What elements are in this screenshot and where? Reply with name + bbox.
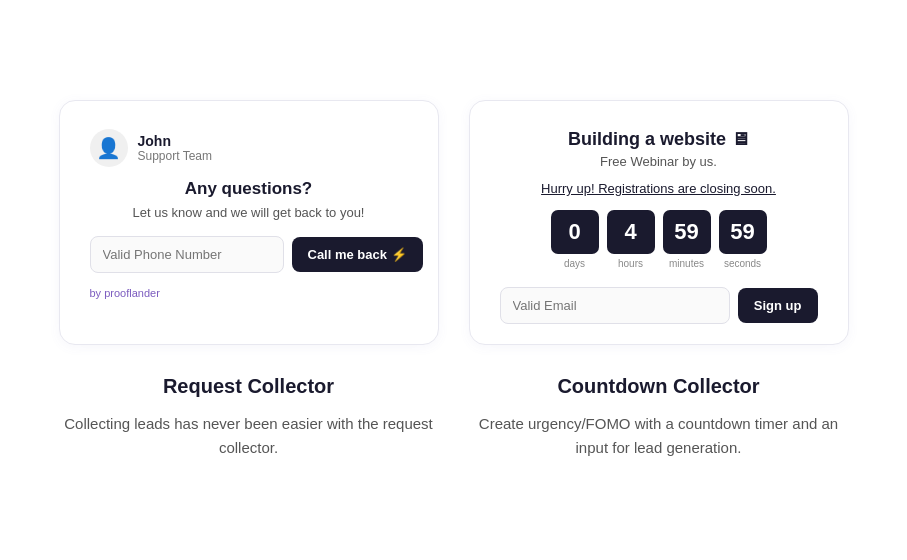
call-me-back-button[interactable]: Call me back ⚡ [292, 237, 423, 272]
right-description: Countdown Collector Create urgency/FOMO … [469, 375, 849, 460]
right-desc-text: Create urgency/FOMO with a countdown tim… [469, 412, 849, 460]
hurry-text: Hurry up! Registrations are closing soon… [500, 181, 818, 196]
timer-days-block: 0 days [551, 210, 599, 269]
timer-seconds-block: 59 seconds [719, 210, 767, 269]
timer-seconds-label: seconds [724, 258, 761, 269]
timer-row: 0 days 4 hours 59 minutes 59 seconds [500, 210, 818, 269]
call-me-back-label: Call me back ⚡ [308, 247, 407, 262]
request-collector-card: 👤 John Support Team Any questions? Let u… [59, 100, 439, 345]
avatar-icon: 👤 [96, 136, 121, 160]
card-subtitle: Let us know and we will get back to you! [90, 205, 408, 220]
left-desc-text: Collecting leads has never been easier w… [59, 412, 439, 460]
by-label: by prooflander [90, 287, 408, 299]
timer-days-digit: 0 [551, 210, 599, 254]
timer-hours-label: hours [618, 258, 643, 269]
timer-hours-block: 4 hours [607, 210, 655, 269]
email-input[interactable] [500, 287, 730, 324]
sign-up-label: Sign up [754, 298, 802, 313]
countdown-sub: Free Webinar by us. [500, 154, 818, 169]
timer-minutes-digit: 59 [663, 210, 711, 254]
left-desc-title: Request Collector [59, 375, 439, 398]
countdown-title: Building a website 🖥 [500, 129, 818, 150]
countdown-collector-card: Building a website 🖥 Free Webinar by us.… [469, 100, 849, 345]
timer-hours-digit: 4 [607, 210, 655, 254]
timer-days-label: days [564, 258, 585, 269]
agent-info: John Support Team [138, 133, 213, 163]
card-title: Any questions? [90, 179, 408, 199]
descriptions-row: Request Collector Collecting leads has n… [40, 375, 867, 460]
phone-input[interactable] [90, 236, 284, 273]
countdown-input-row: Sign up [500, 287, 818, 324]
agent-name: John [138, 133, 213, 149]
sign-up-button[interactable]: Sign up [738, 288, 818, 323]
timer-minutes-block: 59 minutes [663, 210, 711, 269]
timer-minutes-label: minutes [669, 258, 704, 269]
left-description: Request Collector Collecting leads has n… [59, 375, 439, 460]
right-desc-title: Countdown Collector [469, 375, 849, 398]
cards-row: 👤 John Support Team Any questions? Let u… [40, 100, 867, 345]
agent-role: Support Team [138, 149, 213, 163]
timer-seconds-digit: 59 [719, 210, 767, 254]
avatar: 👤 [90, 129, 128, 167]
agent-row: 👤 John Support Team [90, 129, 408, 167]
request-input-row: Call me back ⚡ [90, 236, 408, 273]
